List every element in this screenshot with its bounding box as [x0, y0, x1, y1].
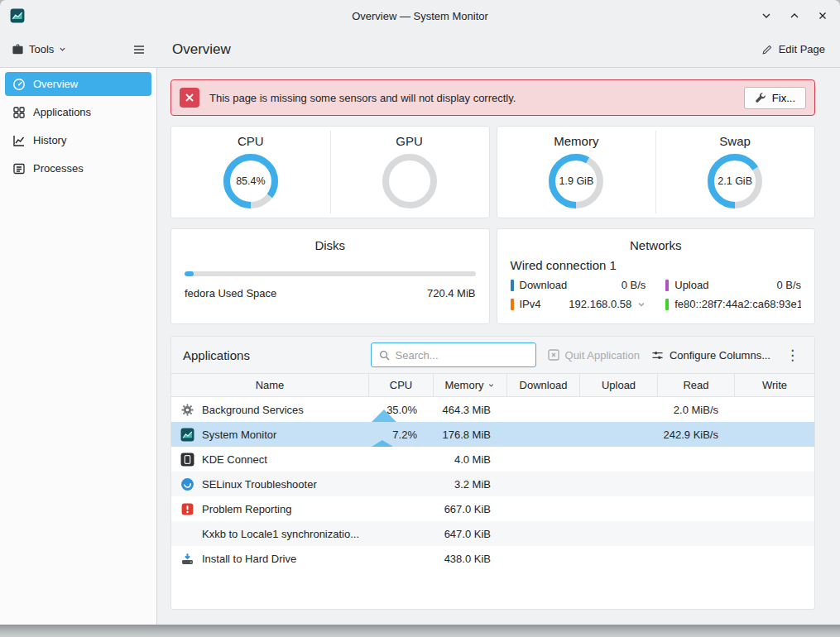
table-row-kde-connect[interactable]: KDE Connect 4.0 MiB — [171, 447, 814, 472]
column-header-download[interactable]: Download — [507, 374, 580, 396]
page-title: Overview — [172, 41, 231, 58]
cell-memory: 438.0 KiB — [434, 546, 507, 571]
hamburger-menu-button[interactable] — [132, 43, 146, 56]
briefcase-icon — [12, 43, 24, 55]
cell-upload — [580, 447, 658, 472]
cell-download — [507, 447, 580, 472]
column-header-memory-label: Memory — [445, 379, 484, 391]
cell-write — [735, 397, 814, 422]
toolbar-left: Tools — [0, 31, 157, 67]
window-controls — [759, 8, 830, 23]
sidebar-item-label: Processes — [33, 162, 84, 175]
sensor-title: CPU — [238, 134, 264, 148]
process-name: Kxkb to Locale1 synchronizatio... — [202, 528, 359, 540]
cell-write — [735, 422, 814, 447]
system-monitor-app-icon — [10, 8, 25, 23]
gauge-value — [381, 152, 439, 210]
chart-line-icon — [12, 134, 26, 147]
disk-label: fedora Used Space — [185, 287, 276, 299]
sidebar-item-label: Applications — [33, 106, 91, 118]
download-color-swatch — [511, 280, 514, 291]
wrench-icon — [755, 92, 766, 103]
cell-download — [507, 546, 580, 571]
search-input[interactable] — [396, 349, 528, 362]
cell-read — [658, 546, 735, 571]
cell-write — [735, 521, 814, 546]
sensor-title: Swap — [719, 134, 751, 148]
tools-menu-button[interactable]: Tools — [12, 43, 66, 55]
column-header-upload[interactable]: Upload — [580, 374, 658, 396]
minimize-button[interactable] — [759, 8, 774, 23]
sidebar-item-overview[interactable]: Overview — [5, 72, 151, 96]
cell-write — [735, 496, 814, 521]
network-upload: Upload 0 B/s — [665, 279, 801, 291]
sidebar-item-label: History — [33, 134, 66, 146]
maximize-button[interactable] — [787, 8, 802, 23]
network-ipv6: fe80::28f7:44a2:ca68:93e1 — [665, 298, 801, 310]
ipv4-value: 192.168.0.58 — [569, 298, 631, 310]
install-hard-drive-icon — [180, 552, 194, 566]
cell-download — [507, 422, 580, 447]
problem-reporting-icon — [180, 502, 194, 516]
cell-upload — [580, 397, 658, 422]
column-header-read[interactable]: Read — [658, 374, 735, 396]
table-row-kxkb[interactable]: Kxkb to Locale1 synchronizatio... 647.0 … — [171, 521, 814, 546]
cell-download — [507, 472, 580, 496]
sensor-memory: Memory 1.9 GiB — [497, 127, 656, 218]
overflow-menu-button[interactable]: ⋮ — [782, 347, 803, 364]
cell-read — [658, 447, 735, 472]
toolbar: Tools Overview Edit Page — [0, 31, 840, 68]
table-row-problem-reporting[interactable]: Problem Reporting 667.0 KiB — [171, 496, 814, 521]
error-icon — [180, 88, 199, 108]
cell-read: 2.0 MiB/s — [658, 397, 735, 422]
disks-title: Disks — [185, 238, 476, 252]
expand-addresses-icon[interactable] — [637, 300, 646, 309]
table-row-system-monitor[interactable]: System Monitor 7.2% 176.8 MiB 242.9 KiB/… — [171, 422, 814, 447]
process-name: Background Services — [202, 404, 304, 416]
memory-swap-card: Memory 1.9 GiB Swap — [497, 126, 816, 218]
applications-panel: Applications Quit Application — [170, 336, 815, 610]
process-name: System Monitor — [202, 429, 276, 441]
cell-memory: 3.2 MiB — [434, 472, 507, 496]
cell-upload — [580, 472, 658, 496]
swap-gauge: 2.1 GiB — [706, 152, 764, 210]
quit-application-button[interactable]: Quit Application — [548, 349, 640, 362]
edit-page-label: Edit Page — [779, 43, 825, 55]
network-download: Download 0 B/s — [511, 279, 646, 291]
table-row-background-services[interactable]: Background Services 35.0% 464.3 MiB 2.0 … — [171, 397, 814, 422]
table-header: Name CPU Memory Download Upload Read Wri… — [171, 374, 814, 397]
column-header-name[interactable]: Name — [171, 374, 369, 396]
table-row-install-to-hard-drive[interactable]: Install to Hard Drive 438.0 KiB — [171, 546, 814, 571]
cell-read — [658, 496, 735, 521]
fix-button[interactable]: Fix... — [744, 87, 806, 109]
sidebar-item-history[interactable]: History — [5, 128, 151, 152]
networks-card: Networks Wired connection 1 Download 0 B… — [497, 228, 816, 324]
edit-page-button[interactable]: Edit Page — [761, 43, 825, 55]
sidebar-item-processes[interactable]: Processes — [5, 156, 151, 180]
upload-color-swatch — [665, 280, 669, 291]
selinux-troubleshooter-icon — [180, 477, 194, 491]
download-label: Download — [520, 279, 568, 291]
column-header-cpu[interactable]: CPU — [369, 374, 434, 396]
cell-download — [507, 521, 580, 546]
applications-title: Applications — [183, 348, 250, 362]
sensor-cpu: CPU 85.4% — [171, 127, 330, 218]
sensor-title: Memory — [554, 134, 598, 148]
configure-columns-label: Configure Columns... — [670, 349, 770, 362]
configure-columns-button[interactable]: Configure Columns... — [651, 349, 770, 362]
cell-cpu — [369, 447, 434, 472]
search-icon — [379, 350, 390, 361]
table-row-selinux-troubleshooter[interactable]: SELinux Troubleshooter 3.2 MiB — [171, 472, 814, 496]
process-list-icon — [12, 162, 26, 175]
cell-download — [507, 397, 580, 422]
column-header-write[interactable]: Write — [735, 374, 814, 396]
search-field[interactable] — [371, 342, 536, 367]
cell-download — [507, 496, 580, 521]
download-value: 0 B/s — [622, 279, 646, 291]
titlebar[interactable]: Overview — System Monitor — [0, 0, 840, 31]
column-header-memory[interactable]: Memory — [434, 374, 507, 396]
sensor-swap: Swap 2.1 GiB — [655, 127, 814, 218]
quit-application-label: Quit Application — [565, 349, 640, 362]
close-button[interactable] — [815, 8, 830, 23]
sidebar-item-applications[interactable]: Applications — [5, 100, 151, 124]
